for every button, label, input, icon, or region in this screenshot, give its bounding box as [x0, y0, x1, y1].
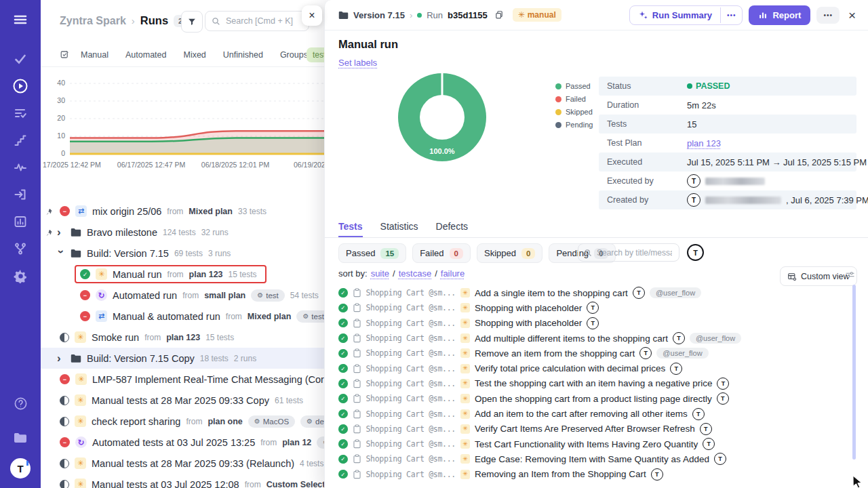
run-summary-more-button[interactable]: ••• — [720, 7, 743, 23]
from-label: from — [186, 417, 202, 426]
run-tab-automated[interactable]: Automated — [125, 50, 166, 60]
test-row[interactable]: ✓Shopping Cart @sm...✳Test the shopping … — [325, 376, 868, 391]
run-tree-row[interactable]: ✳Manual tests at 28 Mar 2025 09:33 Copy6… — [41, 390, 324, 411]
tests-scrollbar[interactable] — [852, 285, 856, 460]
test-row[interactable]: ✓Shopping Cart @sm...✳Add multiple diffe… — [325, 331, 868, 346]
sidebar-item-menu[interactable] — [9, 8, 32, 31]
chevron-down-icon[interactable]: › — [56, 250, 67, 258]
sidebar-item-projects[interactable] — [9, 426, 32, 449]
run-tree-row[interactable]: ›Build: Version 7.1569 tests3 runs — [41, 243, 324, 264]
tab-defects[interactable]: Defects — [436, 221, 468, 237]
sort-link-testcase[interactable]: testcase — [399, 268, 431, 279]
test-row[interactable]: ✓Shopping Cart @sm...✳Shopping with plac… — [325, 300, 868, 315]
run-tab-groups[interactable]: Groups — [280, 50, 308, 60]
tests-search-input[interactable] — [595, 247, 673, 258]
gear-icon: ⚙ — [257, 291, 263, 299]
sidebar-item-reports[interactable] — [9, 210, 32, 233]
project-name[interactable]: Zyntra Spark — [60, 15, 126, 27]
tests-filter-chip[interactable]: tests — [307, 47, 324, 62]
test-row[interactable]: ✓Shopping Cart @sm...✳Open the shopping … — [325, 391, 868, 406]
filter-failed[interactable]: Failed0 — [412, 243, 471, 263]
run-tree-row[interactable]: ✳Smoke runfromplan 12315 tests — [41, 327, 324, 348]
run-tree-row[interactable]: ›Build: Version 7.15 Copy18 tests2 runs — [41, 348, 324, 369]
run-tree-row[interactable]: −↻Automated tests at 03 Jul 2025 13:25fr… — [41, 432, 324, 453]
run-summary-button[interactable]: Run Summary — [630, 6, 720, 24]
test-row[interactable]: ✓Shopping Cart @sm...✳Removing an Item f… — [325, 467, 868, 482]
run-tree-row[interactable]: ✓✳Manual runfromplan 12315 tests — [41, 264, 324, 285]
run-tab-mixed[interactable]: Mixed — [183, 50, 205, 60]
run-tree-row[interactable]: ✳Manual tests at 28 Mar 2025 09:33 (Rela… — [41, 453, 324, 474]
sidebar-item-help[interactable] — [9, 392, 32, 415]
sidebar-item-tests[interactable] — [9, 47, 32, 70]
view-settings-icon[interactable] — [845, 270, 855, 282]
tab-statistics[interactable]: Statistics — [380, 221, 418, 237]
sort-link-failure[interactable]: failure — [441, 268, 465, 279]
test-title: Add an item to the cart after removing a… — [475, 409, 688, 419]
set-labels-link[interactable]: Set labels — [338, 58, 377, 68]
test-passed-icon: ✓ — [338, 424, 348, 434]
more-actions-button[interactable]: ••• — [816, 7, 840, 24]
run-tree-row[interactable]: ›Bravo milestone124 tests32 runs — [41, 222, 324, 243]
info-label: Tests — [607, 119, 687, 129]
run-tree-row[interactable]: −⇄mix origin 25/06fromMixed plan33 tests — [41, 201, 324, 222]
testcase-icon — [353, 288, 361, 298]
redacted-name — [705, 197, 781, 204]
sort-link-suite[interactable]: suite — [371, 268, 389, 279]
test-row[interactable]: ✓Shopping Cart @sm...✳Verify total price… — [325, 361, 868, 375]
run-tree-row[interactable]: −✳LMP-587 Implement Real-Time Chat Messa… — [41, 369, 324, 390]
run-id: b35d1155 — [448, 10, 488, 20]
run-meta: 61 tests — [275, 396, 303, 405]
legend-dot — [555, 109, 561, 115]
run-tree-row[interactable]: −↻Automated runfromsmall plan⚙test54 tes… — [41, 285, 324, 306]
manual-run-icon: ✳ — [75, 479, 86, 488]
run-tree-row[interactable]: ✳check report sharingfromplan one⚙MacOS⚙… — [41, 411, 324, 432]
search-input[interactable] — [224, 16, 302, 26]
panel-close-button[interactable]: × — [302, 5, 322, 26]
folder-icon — [338, 11, 349, 20]
info-row: StatusPASSED — [599, 77, 856, 96]
plan-name: plan 12 — [282, 438, 311, 447]
sidebar-item-testcases[interactable] — [9, 102, 32, 125]
run-tree-row[interactable]: ✳Manual tests at 03 Jul 2025 12:08fromCu… — [41, 474, 324, 488]
copy-icon[interactable] — [494, 10, 504, 20]
report-button[interactable]: Report — [749, 5, 810, 25]
close-drawer-icon[interactable]: × — [846, 9, 859, 22]
run-tab-manual[interactable]: Manual — [81, 50, 108, 60]
select-runs-icon[interactable] — [60, 49, 70, 60]
breadcrumb-folder[interactable]: Version 7.15 — [353, 10, 405, 20]
sidebar-item-settings[interactable] — [9, 264, 32, 287]
chevron-right-icon[interactable]: › — [57, 352, 65, 364]
run-tab-unfinished[interactable]: Unfinished — [223, 50, 263, 60]
filter-skipped[interactable]: Skipped0 — [477, 243, 542, 263]
test-passed-icon: ✓ — [338, 304, 348, 313]
test-row[interactable]: ✓Shopping Cart @sm...✳Test Cart Function… — [325, 436, 868, 451]
run-type-tabs: ManualAutomatedMixedUnfinishedGroups tes… — [41, 42, 324, 67]
sort-separator: / — [435, 268, 437, 279]
sidebar-item-milestones[interactable] — [9, 129, 32, 152]
info-value: plan 123 — [687, 138, 721, 148]
tests-search — [578, 243, 679, 262]
sidebar-item-integrations[interactable] — [9, 237, 32, 260]
sidebar-item-runs[interactable] — [9, 75, 32, 98]
page-title: Runs — [140, 14, 168, 27]
detail-tabs: TestsStatisticsDefects — [325, 221, 868, 238]
assignee-avatar: T — [633, 287, 645, 299]
test-plan-link[interactable]: plan 123 — [687, 138, 721, 148]
run-tree-row[interactable]: −⇄Manual & automated runfromMixed plan⚙t… — [41, 306, 324, 327]
tab-tests[interactable]: Tests — [338, 221, 363, 237]
test-row[interactable]: ✓Shopping Cart @sm...✳Shopping with plac… — [325, 316, 868, 331]
test-row[interactable]: ✓Shopping Cart @sm...✳Edge Case: Removin… — [325, 451, 868, 466]
assignee-avatar[interactable]: T — [687, 244, 704, 261]
sidebar-item-inbox[interactable] — [9, 183, 32, 206]
test-row[interactable]: ✓Shopping Cart @sm...✳Add a single item … — [325, 285, 868, 300]
filter-button[interactable] — [181, 11, 203, 33]
filter-passed[interactable]: Passed15 — [338, 243, 406, 263]
user-avatar[interactable]: T — [10, 458, 31, 479]
chevron-right-icon[interactable]: › — [57, 226, 65, 238]
runs-search — [205, 11, 309, 31]
manual-run-icon: ✳ — [460, 394, 470, 403]
test-row[interactable]: ✓Shopping Cart @sm...✳Remove an item fro… — [325, 346, 868, 361]
test-row[interactable]: ✓Shopping Cart @sm...✳Add an item to the… — [325, 406, 868, 421]
sidebar-item-activity[interactable] — [9, 156, 32, 179]
test-row[interactable]: ✓Shopping Cart @sm...✳Verify Cart Items … — [325, 422, 868, 436]
